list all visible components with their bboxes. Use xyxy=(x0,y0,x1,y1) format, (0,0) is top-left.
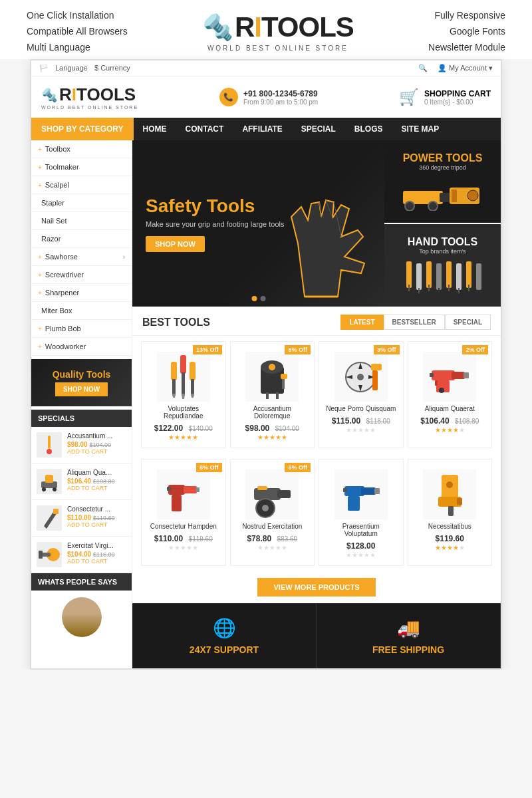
special-info-1: Accusantium ... $98.00 $104.00 ADD TO CA… xyxy=(67,432,112,458)
sidebar-item-plumbbob[interactable]: +Plumb Bob xyxy=(31,320,132,338)
svg-point-12 xyxy=(405,201,414,211)
cart-area[interactable]: 🛒 SHOPPING CART 0 Item(s) - $0.00 xyxy=(399,88,491,106)
sidebar-item-toolbox[interactable]: +Toolbox xyxy=(31,140,132,158)
sidebar-item-razor[interactable]: Razor xyxy=(31,230,132,248)
testimonial-area xyxy=(31,591,132,644)
product-name-8: Necessitatibus xyxy=(415,523,485,530)
product-card-5[interactable]: 8% Off Consectetur Hampden $110.00 xyxy=(141,459,226,566)
utility-right: 🔍 👤 My Account ▾ xyxy=(418,64,493,72)
product-card-8[interactable]: Necessitatibus $119.60 ★★★★★ xyxy=(408,459,493,566)
tab-bestseller[interactable]: BESTSELLER xyxy=(384,315,445,330)
nav-home[interactable]: HOME xyxy=(134,118,176,140)
product-card-3[interactable]: 3% Off Neque Porro Qui xyxy=(319,341,404,448)
bottom-banner-shipping: 🚚 FREE SHIPPING xyxy=(317,603,501,668)
quality-shop-btn[interactable]: SHOP NOW xyxy=(55,382,108,396)
discount-badge-1: 13% Off xyxy=(193,345,222,354)
nav-items: HOME CONTACT AFFILIATE SPECIAL BLOGS SIT… xyxy=(134,118,449,140)
sidebar-item-stapler[interactable]: Stapler xyxy=(31,194,132,212)
product-card-6[interactable]: 6% Off Nostrud Exercitation $78.80 xyxy=(230,459,315,566)
power-tools-sub: 360 degree tripod xyxy=(419,164,466,171)
svg-rect-76 xyxy=(448,506,454,516)
main-content: Safety Tools Make sure your grip and foo… xyxy=(132,140,501,668)
feature-left: One Click Installation Compatible All Br… xyxy=(27,10,128,53)
sidebar-item-woodworker[interactable]: +Woodworker xyxy=(31,338,132,356)
hero-main: Safety Tools Make sure your grip and foo… xyxy=(132,140,384,307)
hero-shop-btn[interactable]: SHOP NOW xyxy=(146,236,205,252)
special-add-4[interactable]: ADD TO CART xyxy=(67,558,114,565)
product-name-2: Accusantium Doloremque xyxy=(237,405,308,420)
phone-icon: 📞 xyxy=(219,88,238,106)
sidebar-item-sharpener[interactable]: +Sharpener xyxy=(31,284,132,302)
view-more-btn[interactable]: VIEW MORE PRODUCTS xyxy=(257,578,376,597)
store-header: 🔩 RITOOLS WORLD BEST ONLINE STORE 📞 +91 … xyxy=(31,76,501,118)
cart-icon: 🛒 xyxy=(399,88,419,106)
testimonial-img xyxy=(62,597,102,637)
product-card-1[interactable]: 13% Off xyxy=(141,341,226,448)
sidebar-item-nailset[interactable]: Nail Set xyxy=(31,212,132,230)
person-face xyxy=(62,597,102,637)
svg-rect-43 xyxy=(266,392,269,399)
shop-by-category[interactable]: SHOP BY CATEGORY xyxy=(31,118,134,140)
shipping-title: FREE SHIPPING xyxy=(330,644,487,655)
svg-rect-3 xyxy=(45,475,53,483)
hero-side-power-tools[interactable]: POWER TOOLS 360 degree tripod xyxy=(384,140,501,224)
sidebar-item-screwdriver[interactable]: +Screwdriver xyxy=(31,266,132,284)
search-icon[interactable]: 🔍 xyxy=(418,64,428,72)
sidebar-item-toolmaker[interactable]: +Toolmaker xyxy=(31,158,132,176)
svg-rect-28 xyxy=(458,288,460,293)
discount-badge-5: 8% Off xyxy=(196,463,222,472)
svg-rect-67 xyxy=(277,490,291,498)
product-img-5 xyxy=(157,469,210,519)
dot-1[interactable] xyxy=(251,296,257,301)
special-item-2: Aliquam Qua... $106.40 $108.80 ADD TO CA… xyxy=(31,464,132,500)
nav-blogs[interactable]: BLOGS xyxy=(345,118,392,140)
nav-affiliate[interactable]: AFFILIATE xyxy=(233,118,291,140)
product-card-2[interactable]: 6% Off Accusantium Doloremque xyxy=(230,341,315,448)
tab-special[interactable]: SPECIAL xyxy=(445,315,491,330)
nav-contact[interactable]: CONTACT xyxy=(176,118,233,140)
feature-bar: One Click Installation Compatible All Br… xyxy=(0,0,532,59)
product-name-3: Neque Porro Quisquam xyxy=(326,405,396,412)
svg-rect-45 xyxy=(281,374,287,379)
svg-rect-23 xyxy=(436,263,442,290)
svg-rect-73 xyxy=(374,488,380,494)
svg-rect-18 xyxy=(408,285,410,291)
sidebar-item-scalpel[interactable]: +Scalpel xyxy=(31,176,132,194)
product-name-7: Praesentium Voluptatum xyxy=(326,523,396,537)
hero-side-hand-tools[interactable]: HAND TOOLS Top brands item's xyxy=(384,224,501,307)
tab-latest[interactable]: LATEST xyxy=(340,315,383,330)
nav-special[interactable]: SPECIAL xyxy=(292,118,345,140)
nav-sitemap[interactable]: SITE MAP xyxy=(392,118,449,140)
special-img-2 xyxy=(37,469,62,494)
language-selector[interactable]: Language xyxy=(55,64,88,72)
svg-rect-57 xyxy=(430,373,434,377)
hero-area: Safety Tools Make sure your grip and foo… xyxy=(132,140,501,307)
feature-language: Multi Language xyxy=(27,42,128,53)
svg-point-47 xyxy=(269,364,275,370)
special-add-1[interactable]: ADD TO CART xyxy=(67,448,112,455)
svg-rect-30 xyxy=(468,285,469,291)
product-card-7[interactable]: Praesentium Voluptatum $128.00 ★★★★★ xyxy=(319,459,404,566)
svg-rect-9 xyxy=(39,551,43,559)
product-card-4[interactable]: 2% Off Aliquam Quaerat xyxy=(408,341,493,448)
svg-rect-22 xyxy=(428,285,430,291)
svg-point-66 xyxy=(262,505,269,511)
logo-area: 🔩 RITOOLS WORLD BEST ONLINE STORE xyxy=(202,10,354,53)
svg-rect-77 xyxy=(457,498,462,505)
svg-rect-63 xyxy=(196,487,200,492)
main-nav: SHOP BY CATEGORY HOME CONTACT AFFILIATE … xyxy=(31,118,501,140)
account-link[interactable]: 👤 My Account ▾ xyxy=(438,64,493,72)
sidebar-item-sawhorse[interactable]: +Sawhorse › xyxy=(31,248,132,266)
currency-selector[interactable]: $ Currency xyxy=(94,64,130,72)
special-add-3[interactable]: ADD TO CART xyxy=(67,521,114,528)
utility-bar: 🏳️ Language $ Currency 🔍 👤 My Account ▾ xyxy=(31,61,501,76)
product-img-3 xyxy=(334,352,388,402)
svg-rect-36 xyxy=(172,379,176,396)
contact-phone: +91 800-12345-6789 xyxy=(243,89,318,98)
logo-text: RITOOLS xyxy=(235,11,354,43)
special-add-2[interactable]: ADD TO CART xyxy=(67,485,114,491)
dot-2[interactable] xyxy=(260,296,265,301)
product-img-6 xyxy=(245,469,299,519)
logo-tagline: WORLD BEST ONLINE STORE xyxy=(207,45,348,52)
sidebar-item-miterbox[interactable]: Miter Box xyxy=(31,302,132,320)
